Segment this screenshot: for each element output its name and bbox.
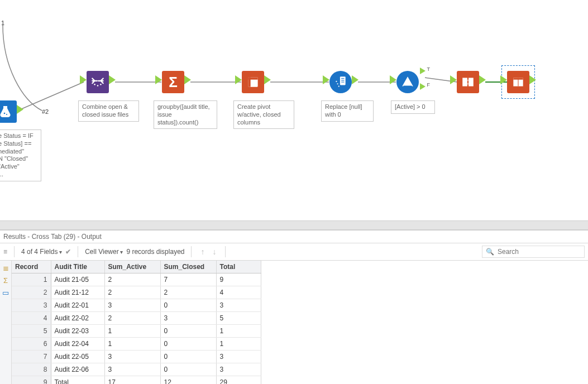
- filter-true-label: T: [427, 66, 431, 72]
- cell-sum-closed: 0: [160, 351, 216, 363]
- search-input[interactable]: [496, 247, 577, 256]
- prev-record-button[interactable]: ↑: [198, 247, 207, 256]
- grid-header-row: Record Audit Title Sum_Active Sum_Closed…: [12, 261, 261, 273]
- table-row[interactable]: 1Audit 21-05279: [12, 273, 261, 286]
- tool-data-cleansing[interactable]: [329, 71, 352, 93]
- col-total[interactable]: Total: [216, 261, 261, 273]
- tool-summarize-caption: groupby([audit title, issue status]).cou…: [154, 100, 217, 129]
- cell-total: 4: [216, 286, 261, 299]
- tool-summarize[interactable]: Σ: [162, 71, 184, 93]
- cell-total: 29: [216, 376, 261, 385]
- cell-total: 3: [216, 299, 261, 312]
- table-row[interactable]: 9Total171229: [12, 376, 261, 385]
- cell-audit-title: Audit 22-04: [51, 338, 104, 351]
- cell-sum-active: 17: [104, 376, 160, 385]
- cell-sum-active: 3: [104, 351, 160, 363]
- svg-line-0: [14, 82, 84, 112]
- table-row[interactable]: 6Audit 22-04101: [12, 338, 261, 351]
- svg-point-19: [337, 83, 338, 84]
- cell-record: 7: [12, 351, 51, 363]
- cell-record: 5: [12, 325, 51, 338]
- cell-audit-title: Audit 22-05: [51, 351, 104, 363]
- cell-sum-active: 1: [104, 325, 160, 338]
- tool-crosstab-pivot[interactable]: [242, 71, 264, 93]
- cell-sum-active: 2: [104, 273, 160, 286]
- cell-sum-closed: 7: [160, 273, 216, 286]
- cell-sum-active: 3: [104, 363, 160, 376]
- cell-sum-closed: 0: [160, 299, 216, 312]
- input-label-2: #2: [42, 108, 49, 115]
- cleanse-icon: [333, 75, 348, 89]
- panel-divider[interactable]: [0, 220, 588, 230]
- cell-sum-closed: 12: [160, 376, 216, 385]
- gutter-cell-icon[interactable]: ▭: [1, 289, 10, 297]
- tool-cleanse-caption: Replace [null] with 0: [321, 100, 374, 122]
- cell-audit-title: Audit 22-01: [51, 299, 104, 312]
- cell-audit-title: Total: [51, 376, 104, 385]
- cell-viewer-dropdown[interactable]: Cell Viewer: [85, 248, 123, 256]
- cell-sum-active: 2: [104, 312, 160, 325]
- cell-sum-closed: 0: [160, 363, 216, 376]
- svg-rect-14: [248, 77, 250, 87]
- cell-record: 3: [12, 299, 51, 312]
- filter-false-label: F: [427, 82, 431, 88]
- svg-point-21: [338, 86, 340, 87]
- search-icon: 🔍: [486, 248, 494, 256]
- cell-sum-closed: 2: [160, 286, 216, 299]
- tool-filter[interactable]: T F: [396, 71, 419, 93]
- filter-icon: [400, 75, 415, 89]
- table-row[interactable]: 8Audit 22-06303: [12, 363, 261, 376]
- tool-crosstab-output-selected[interactable]: [507, 71, 529, 93]
- crosstab-icon: [246, 75, 260, 89]
- fields-dropdown[interactable]: 4 of 4 Fields: [21, 248, 62, 256]
- toolbar-menu-icon[interactable]: ≡: [3, 248, 7, 256]
- gutter-sigma-icon[interactable]: Σ: [1, 276, 10, 285]
- cell-audit-title: Audit 22-03: [51, 325, 104, 338]
- svg-rect-15: [340, 76, 346, 85]
- svg-point-10: [97, 85, 99, 87]
- union-icon: [90, 75, 105, 89]
- input-label-1: 1: [1, 20, 4, 26]
- next-record-button[interactable]: ↓: [210, 247, 218, 256]
- cell-record: 6: [12, 338, 51, 351]
- fields-check-icon[interactable]: ✔: [65, 248, 71, 256]
- col-sum-active[interactable]: Sum_Active: [104, 261, 160, 273]
- tool-filter-caption: [Active] > 0: [391, 100, 435, 114]
- svg-point-8: [6, 114, 7, 115]
- table-row[interactable]: 3Audit 22-01303: [12, 299, 261, 312]
- results-title: Results - Cross Tab (29) - Output: [0, 231, 588, 243]
- flask-icon: [0, 105, 12, 118]
- tool-union[interactable]: [87, 71, 109, 93]
- tool-crosstab-2[interactable]: [457, 71, 479, 93]
- table-row[interactable]: 5Audit 22-03101: [12, 325, 261, 338]
- col-audit-title[interactable]: Audit Title: [51, 261, 104, 273]
- cell-record: 2: [12, 286, 51, 299]
- records-displayed-label: 9 records displayed: [126, 248, 184, 256]
- results-panel: Results - Cross Tab (29) - Output ≡ 4 of…: [0, 230, 588, 384]
- tool-union-caption: Combine open & closed issue files: [78, 100, 139, 122]
- cell-record: 8: [12, 363, 51, 376]
- gutter-schema-icon[interactable]: ≣: [1, 264, 10, 273]
- tool-formula[interactable]: [0, 100, 17, 123]
- cell-sum-active: 1: [104, 338, 160, 351]
- table-row[interactable]: 7Audit 22-05303: [12, 351, 261, 363]
- svg-point-9: [94, 84, 95, 85]
- cell-sum-active: 3: [104, 299, 160, 312]
- cell-sum-closed: 3: [160, 312, 216, 325]
- col-sum-closed[interactable]: Sum_Closed: [160, 261, 216, 273]
- cell-record: 4: [12, 312, 51, 325]
- cell-sum-active: 2: [104, 286, 160, 299]
- col-record[interactable]: Record: [12, 261, 51, 273]
- cell-total: 3: [216, 351, 261, 363]
- results-gutter: ≣ Σ ▭: [0, 261, 12, 384]
- cell-record: 1: [12, 273, 51, 286]
- results-grid[interactable]: Record Audit Title Sum_Active Sum_Closed…: [12, 261, 261, 384]
- svg-point-20: [336, 81, 337, 82]
- cell-sum-closed: 0: [160, 338, 216, 351]
- results-search[interactable]: 🔍: [482, 246, 585, 258]
- table-row[interactable]: 4Audit 22-02235: [12, 312, 261, 325]
- cell-total: 3: [216, 363, 261, 376]
- workflow-canvas[interactable]: 1 #2 e Status = IF e Status] == nediated…: [0, 0, 588, 220]
- cell-audit-title: Audit 21-12: [51, 286, 104, 299]
- table-row[interactable]: 2Audit 21-12224: [12, 286, 261, 299]
